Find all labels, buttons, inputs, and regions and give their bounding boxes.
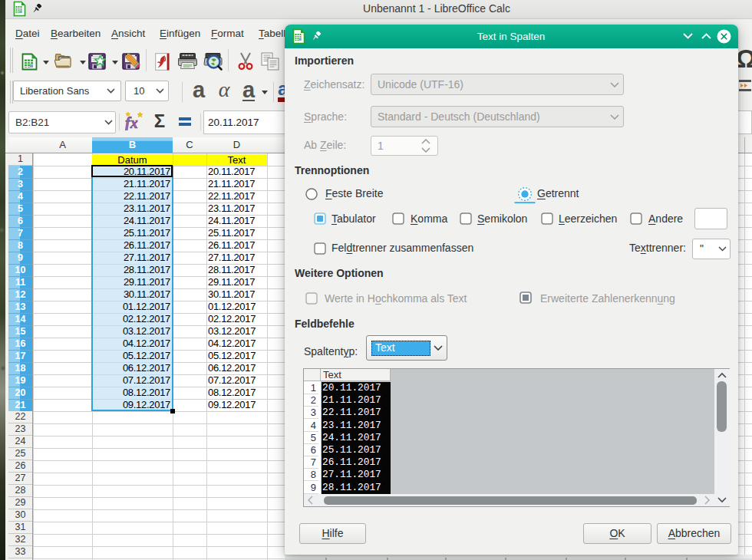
svg-text:fx: fx [125, 114, 138, 130]
